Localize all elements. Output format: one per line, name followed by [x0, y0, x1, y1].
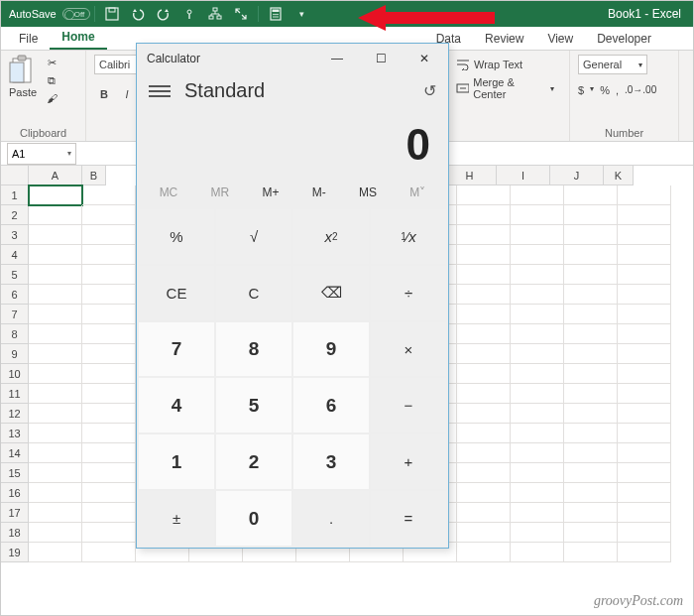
percent-key[interactable]: % — [139, 209, 214, 264]
cell[interactable] — [29, 265, 82, 285]
digit-7[interactable]: 7 — [139, 322, 214, 377]
increase-decimal-icon[interactable]: .0→.00 — [625, 84, 656, 96]
cell[interactable] — [618, 503, 671, 523]
cell[interactable] — [618, 265, 671, 285]
select-all-corner[interactable] — [1, 166, 29, 185]
cell[interactable] — [82, 543, 136, 562]
cell[interactable] — [457, 205, 511, 225]
cell[interactable] — [82, 225, 136, 245]
row-head[interactable]: 1 — [1, 185, 29, 205]
cell[interactable] — [29, 305, 82, 324]
mem-plus[interactable]: M+ — [257, 182, 286, 203]
equals-key[interactable]: = — [371, 491, 446, 546]
row-head[interactable]: 9 — [1, 344, 29, 364]
cell[interactable] — [457, 305, 511, 324]
currency-button[interactable]: $ — [578, 84, 584, 96]
cell[interactable] — [457, 503, 511, 523]
compress-icon[interactable] — [230, 3, 252, 25]
cell[interactable] — [29, 285, 82, 305]
cell[interactable] — [511, 344, 564, 364]
cell[interactable] — [457, 463, 511, 483]
cell[interactable] — [618, 324, 671, 344]
tab-review[interactable]: Review — [473, 27, 535, 50]
bold-button[interactable]: B — [94, 84, 114, 104]
cell[interactable] — [564, 523, 618, 543]
paste-button[interactable]: Paste — [9, 55, 37, 98]
cell[interactable] — [564, 424, 618, 443]
cell[interactable] — [511, 503, 564, 523]
cell[interactable] — [29, 225, 82, 245]
cut-icon[interactable]: ✂ — [43, 55, 60, 70]
cell[interactable] — [511, 285, 564, 305]
cell[interactable] — [618, 364, 671, 384]
row-head[interactable]: 2 — [1, 205, 29, 225]
cell[interactable] — [457, 443, 511, 463]
close-button[interactable]: ✕ — [403, 45, 446, 72]
cell[interactable] — [564, 483, 618, 503]
row-head[interactable]: 14 — [1, 443, 29, 463]
multiply-key[interactable]: × — [371, 322, 446, 377]
row-head[interactable]: 16 — [1, 483, 29, 503]
cell[interactable] — [618, 185, 671, 205]
row-head[interactable]: 3 — [1, 225, 29, 245]
cell[interactable] — [457, 404, 511, 424]
cell[interactable] — [82, 285, 136, 305]
negate-key[interactable]: ± — [139, 491, 214, 546]
cell[interactable] — [511, 245, 564, 265]
cell[interactable] — [564, 364, 618, 384]
digit-9[interactable]: 9 — [293, 322, 369, 377]
square-key[interactable]: x2 — [293, 209, 369, 264]
copy-icon[interactable]: ⧉ — [43, 72, 60, 88]
cell[interactable] — [564, 344, 618, 364]
row-head[interactable]: 15 — [1, 463, 29, 483]
cell[interactable] — [564, 443, 618, 463]
autosave-toggle[interactable]: AutoSave Off — [1, 8, 92, 20]
digit-6[interactable]: 6 — [293, 378, 369, 432]
cell[interactable] — [29, 185, 82, 205]
row-head[interactable]: 7 — [1, 305, 29, 324]
col-head[interactable]: H — [443, 166, 497, 185]
digit-1[interactable]: 1 — [139, 434, 214, 489]
backspace-key[interactable]: ⌫ — [293, 266, 369, 320]
cell[interactable] — [564, 503, 618, 523]
cell[interactable] — [82, 463, 136, 483]
cell[interactable] — [511, 225, 564, 245]
decimal-key[interactable]: . — [293, 491, 369, 546]
cell[interactable] — [618, 463, 671, 483]
cell[interactable] — [564, 225, 618, 245]
cell[interactable] — [511, 324, 564, 344]
cell[interactable] — [82, 364, 136, 384]
digit-0[interactable]: 0 — [216, 491, 291, 546]
reciprocal-key[interactable]: 1∕x — [371, 209, 446, 264]
hamburger-menu-icon[interactable] — [149, 80, 171, 102]
cell[interactable] — [457, 523, 511, 543]
cell[interactable] — [618, 424, 671, 443]
cell[interactable] — [618, 523, 671, 543]
tab-developer[interactable]: Developer — [585, 27, 663, 50]
cell[interactable] — [564, 185, 618, 205]
cell[interactable] — [511, 404, 564, 424]
calculator-titlebar[interactable]: Calculator — ☐ ✕ — [137, 44, 448, 73]
maximize-button[interactable]: ☐ — [359, 45, 403, 72]
cell[interactable] — [82, 324, 136, 344]
cell[interactable] — [29, 344, 82, 364]
cell[interactable] — [618, 543, 671, 562]
cell[interactable] — [29, 245, 82, 265]
row-head[interactable]: 12 — [1, 404, 29, 424]
cell[interactable] — [511, 543, 564, 562]
cell[interactable] — [457, 384, 511, 404]
cell[interactable] — [618, 225, 671, 245]
mem-minus[interactable]: M- — [306, 182, 332, 203]
cell[interactable] — [511, 205, 564, 225]
cell[interactable] — [564, 245, 618, 265]
cell[interactable] — [82, 344, 136, 364]
redo-icon[interactable] — [153, 3, 174, 25]
cell[interactable] — [29, 503, 82, 523]
cell[interactable] — [457, 324, 511, 344]
cell[interactable] — [457, 483, 511, 503]
cell[interactable] — [618, 443, 671, 463]
cell[interactable] — [564, 285, 618, 305]
cell[interactable] — [511, 384, 564, 404]
cell[interactable] — [618, 305, 671, 324]
minimize-button[interactable]: — — [315, 45, 359, 72]
